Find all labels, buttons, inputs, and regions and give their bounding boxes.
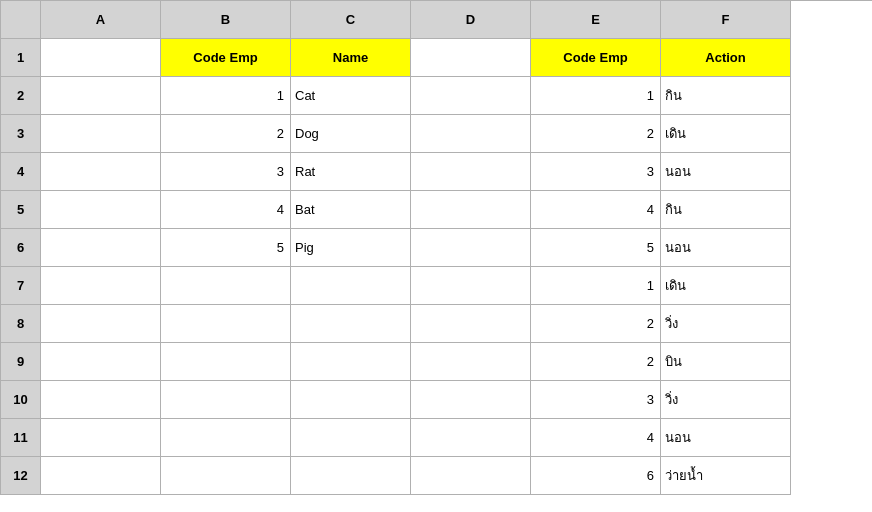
- cell-e3: 2: [531, 115, 661, 153]
- cell-c7: [291, 267, 411, 305]
- cell-d9: [411, 343, 531, 381]
- cell-f3: เดิน: [661, 115, 791, 153]
- cell-e1: Code Emp: [531, 39, 661, 77]
- cell-a4: [41, 153, 161, 191]
- row-num-10: 10: [1, 381, 41, 419]
- cell-a8: [41, 305, 161, 343]
- cell-a7: [41, 267, 161, 305]
- cell-f8: วิ่ง: [661, 305, 791, 343]
- cell-f12: ว่ายน้ำ: [661, 457, 791, 495]
- cell-c11: [291, 419, 411, 457]
- cell-a10: [41, 381, 161, 419]
- cell-a12: [41, 457, 161, 495]
- col-F: F: [661, 1, 791, 39]
- cell-d11: [411, 419, 531, 457]
- row-num-7: 7: [1, 267, 41, 305]
- cell-a11: [41, 419, 161, 457]
- cell-b9: [161, 343, 291, 381]
- grid: A B C D E F 1 Code Emp Name Code Emp Act…: [0, 0, 872, 495]
- cell-f11: นอน: [661, 419, 791, 457]
- cell-c9: [291, 343, 411, 381]
- cell-c1: Name: [291, 39, 411, 77]
- cell-f1: Action: [661, 39, 791, 77]
- cell-b8: [161, 305, 291, 343]
- cell-e5: 4: [531, 191, 661, 229]
- cell-c12: [291, 457, 411, 495]
- cell-d7: [411, 267, 531, 305]
- col-A: A: [41, 1, 161, 39]
- cell-b1: Code Emp: [161, 39, 291, 77]
- cell-d1: [411, 39, 531, 77]
- cell-b4: 3: [161, 153, 291, 191]
- cell-d6: [411, 229, 531, 267]
- cell-b2: 1: [161, 77, 291, 115]
- cell-e2: 1: [531, 77, 661, 115]
- cell-c8: [291, 305, 411, 343]
- cell-d8: [411, 305, 531, 343]
- cell-e10: 3: [531, 381, 661, 419]
- cell-f6: นอน: [661, 229, 791, 267]
- col-corner: [1, 1, 41, 39]
- cell-e12: 6: [531, 457, 661, 495]
- cell-d2: [411, 77, 531, 115]
- row-num-3: 3: [1, 115, 41, 153]
- cell-b7: [161, 267, 291, 305]
- col-E: E: [531, 1, 661, 39]
- cell-d3: [411, 115, 531, 153]
- cell-f5: กิน: [661, 191, 791, 229]
- cell-f4: นอน: [661, 153, 791, 191]
- row-num-5: 5: [1, 191, 41, 229]
- cell-c3: Dog: [291, 115, 411, 153]
- cell-e8: 2: [531, 305, 661, 343]
- col-D: D: [411, 1, 531, 39]
- cell-f9: บิน: [661, 343, 791, 381]
- col-B: B: [161, 1, 291, 39]
- cell-b10: [161, 381, 291, 419]
- cell-a1: [41, 39, 161, 77]
- cell-e11: 4: [531, 419, 661, 457]
- cell-c2: Cat: [291, 77, 411, 115]
- cell-d12: [411, 457, 531, 495]
- spreadsheet: A B C D E F 1 Code Emp Name Code Emp Act…: [0, 0, 872, 512]
- cell-c6: Pig: [291, 229, 411, 267]
- cell-c4: Rat: [291, 153, 411, 191]
- cell-f10: วิ่ง: [661, 381, 791, 419]
- row-num-9: 9: [1, 343, 41, 381]
- cell-e7: 1: [531, 267, 661, 305]
- cell-b6: 5: [161, 229, 291, 267]
- cell-a6: [41, 229, 161, 267]
- col-C: C: [291, 1, 411, 39]
- cell-b12: [161, 457, 291, 495]
- cell-b11: [161, 419, 291, 457]
- row-num-2: 2: [1, 77, 41, 115]
- cell-a5: [41, 191, 161, 229]
- cell-a3: [41, 115, 161, 153]
- row-num-11: 11: [1, 419, 41, 457]
- row-num-6: 6: [1, 229, 41, 267]
- row-num-1: 1: [1, 39, 41, 77]
- cell-c5: Bat: [291, 191, 411, 229]
- row-num-12: 12: [1, 457, 41, 495]
- row-num-8: 8: [1, 305, 41, 343]
- cell-c10: [291, 381, 411, 419]
- row-num-4: 4: [1, 153, 41, 191]
- cell-b3: 2: [161, 115, 291, 153]
- cell-d5: [411, 191, 531, 229]
- cell-e9: 2: [531, 343, 661, 381]
- cell-d4: [411, 153, 531, 191]
- cell-e4: 3: [531, 153, 661, 191]
- cell-f2: กิน: [661, 77, 791, 115]
- cell-a2: [41, 77, 161, 115]
- cell-e6: 5: [531, 229, 661, 267]
- cell-b5: 4: [161, 191, 291, 229]
- cell-d10: [411, 381, 531, 419]
- cell-f7: เดิน: [661, 267, 791, 305]
- cell-a9: [41, 343, 161, 381]
